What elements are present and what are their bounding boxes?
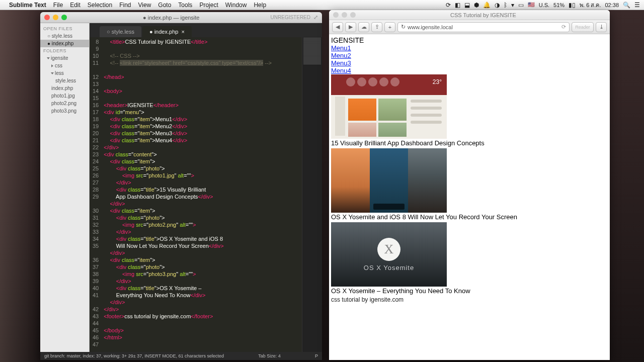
maximize-icon[interactable] <box>350 12 356 18</box>
bluetooth-icon[interactable]: ᛒ <box>504 2 507 9</box>
date[interactable]: พ. 6 ส.ค. <box>580 1 601 10</box>
window-title: CSS Tutorial by IGENSITE <box>361 12 606 18</box>
sidebar-section: FOLDERS <box>40 47 89 54</box>
desktop-edge <box>0 10 40 362</box>
gutter: 891011 121314151617181920212223242526272… <box>90 37 103 352</box>
sidebar-file[interactable]: style.less <box>40 77 89 84</box>
expand-icon[interactable]: ⤢ <box>313 14 318 21</box>
close-icon[interactable] <box>44 15 50 20</box>
sidebar-folder[interactable]: less <box>40 69 89 77</box>
downloads-button[interactable]: ⤓ <box>596 22 607 32</box>
status-bar: git branch: master, index: 37, working: … <box>40 352 322 360</box>
status-icon[interactable]: ⬢ <box>474 2 479 9</box>
minimap[interactable] <box>302 37 322 352</box>
unregistered-label: UNREGISTERED <box>271 15 310 20</box>
window-title: index.php — igensite <box>148 15 200 21</box>
status-left: git branch: master, index: 37, working: … <box>44 353 224 358</box>
web-content: IGENSITE Menu1 Menu2 Menu3 Menu4 23° 15 … <box>329 34 610 305</box>
close-icon[interactable] <box>333 12 339 18</box>
dirty-icon: ● <box>143 15 148 21</box>
sidebar-folder[interactable]: igensite <box>40 54 89 62</box>
caption-3: OS X Yosemite – Everything You Need To K… <box>331 287 608 296</box>
sublime-window: ● index.php — igensite UNREGISTERED ⤢ OP… <box>40 12 322 360</box>
safari-titlebar[interactable]: CSS Tutorial by IGENSITE <box>329 10 610 20</box>
notification-icon[interactable]: ☰ <box>634 2 640 9</box>
spotlight-icon[interactable]: 🔍 <box>623 2 630 9</box>
minimize-icon[interactable] <box>342 12 347 18</box>
airplay-icon[interactable]: ▭ <box>518 2 524 9</box>
sidebar-folder[interactable]: css <box>40 62 89 69</box>
wifi-icon[interactable]: ▾ <box>511 2 514 9</box>
status-icon[interactable]: ◧ <box>455 2 460 9</box>
menu-find[interactable]: Find <box>119 2 131 9</box>
battery-icon[interactable]: ▮▯ <box>569 2 576 9</box>
tab-styleless[interactable]: ○ style.less <box>100 26 141 37</box>
tab-indexphp[interactable]: ● index.php × <box>142 26 192 37</box>
macos-menubar: Sublime Text File Edit Selection Find Vi… <box>0 0 644 10</box>
menu-view[interactable]: View <box>138 2 151 9</box>
battery-pct[interactable]: 51% <box>553 2 565 8</box>
add-button[interactable]: + <box>384 22 395 32</box>
menu-link[interactable]: Menu3 <box>331 59 608 67</box>
cloud-button[interactable]: ☁ <box>358 22 369 32</box>
caption-2: OS X Yosemite and iOS 8 Will Now Let You… <box>331 213 608 222</box>
minimize-icon[interactable] <box>53 15 58 20</box>
input-lang[interactable]: U.S. <box>539 2 549 8</box>
sidebar-file[interactable]: photo2.png <box>40 100 89 107</box>
back-button[interactable]: ◀ <box>332 22 343 32</box>
sublime-sidebar: OPEN FILES ○ style.less ● index.php FOLD… <box>40 23 90 352</box>
maximize-icon[interactable] <box>61 15 67 20</box>
menu-selection[interactable]: Selection <box>88 2 112 9</box>
status-icon[interactable]: ◑ <box>495 2 500 9</box>
share-button[interactable]: ⇪ <box>371 22 382 32</box>
sidebar-file[interactable]: photo1.jpg <box>40 92 89 100</box>
menu-link[interactable]: Menu4 <box>331 67 608 74</box>
menu-link[interactable]: Menu1 <box>331 44 608 52</box>
menu-help[interactable]: Help <box>254 2 266 9</box>
sidebar-file[interactable]: ○ style.less <box>40 32 89 40</box>
sidebar-section: OPEN FILES <box>40 25 89 32</box>
menu-project[interactable]: Project <box>199 2 218 9</box>
page-header: IGENSITE <box>331 36 608 44</box>
url-input[interactable]: ↻www.igensite.local⟳ <box>397 22 570 32</box>
sidebar-file-active[interactable]: ● index.php <box>40 40 89 47</box>
page-footer: css tutorial by igensite.com <box>331 296 608 303</box>
menu-goto[interactable]: Goto <box>158 2 171 9</box>
status-tabsize[interactable]: Tab Size: 4 <box>258 353 281 358</box>
code-area[interactable]: 891011 121314151617181920212223242526272… <box>90 37 322 352</box>
dropbox-icon[interactable]: ⬓ <box>464 2 470 9</box>
sublime-titlebar[interactable]: ● index.php — igensite UNREGISTERED ⤢ <box>40 12 322 23</box>
time[interactable]: 02:38 <box>605 2 619 8</box>
flag-icon[interactable]: 🇺🇸 <box>528 2 535 8</box>
safari-window: CSS Tutorial by IGENSITE ◀ ▶ ☁ ⇪ + ↻www.… <box>329 10 610 360</box>
sublime-editor: ○ style.less ● index.php × 891011 121314… <box>90 23 322 352</box>
menu-link[interactable]: Menu2 <box>331 52 608 59</box>
code-text[interactable]: <title>CSS Tutorial by IGENSITE</title> … <box>103 37 302 352</box>
safari-toolbar: ◀ ▶ ☁ ⇪ + ↻www.igensite.local⟳ Reader ⤓ <box>329 20 610 34</box>
bell-icon[interactable]: 🔔 <box>483 2 491 9</box>
menu-edit[interactable]: Edit <box>70 2 80 9</box>
menu-tools[interactable]: Tools <box>178 2 192 9</box>
sidebar-file-active[interactable]: index.php <box>40 84 89 92</box>
status-syntax[interactable]: P <box>315 353 318 358</box>
tab-bar: ○ style.less ● index.php × <box>90 23 322 37</box>
sidebar-file[interactable]: photo3.png <box>40 107 89 115</box>
status-icon[interactable]: ⟳ <box>446 2 451 9</box>
content-image-1: 23° <box>331 74 447 139</box>
reader-button[interactable]: Reader <box>572 22 594 32</box>
menu-file[interactable]: File <box>53 2 63 9</box>
forward-button[interactable]: ▶ <box>345 22 356 32</box>
content-image-2 <box>331 148 447 213</box>
content-image-3: XOS X Yosemite <box>331 222 447 287</box>
caption-1: 15 Visually Brilliant App Dashboard Desi… <box>331 139 608 148</box>
menubar-right: ⟳ ◧ ⬓ ⬢ 🔔 ◑ ᛒ ▾ ▭ 🇺🇸 U.S. 51% ▮▯ พ. 6 ส.… <box>446 1 640 10</box>
menu-window[interactable]: Window <box>225 2 247 9</box>
app-name[interactable]: Sublime Text <box>9 2 46 9</box>
